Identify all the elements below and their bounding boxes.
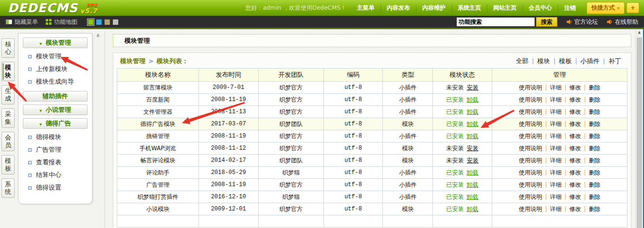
feature-map-button[interactable]: 功能地图 [46,18,77,26]
sidebar-item-settle-center[interactable]: 结算中心 [18,169,92,181]
action-link-3[interactable]: 删除 [589,96,601,103]
action-link-0[interactable]: 使用说明 [519,169,542,176]
action-link-1[interactable]: 详细 [550,193,561,200]
action-link-3[interactable]: 删除 [589,133,601,140]
action-link-0[interactable]: 使用说明 [519,108,542,115]
action-link-3[interactable]: 删除 [589,206,601,212]
action-link-2[interactable]: 修改 [570,181,581,188]
action-link-2[interactable]: 修改 [570,108,581,115]
action-link-0[interactable]: 使用说明 [519,96,542,103]
action-link-2[interactable]: 修改 [570,145,581,152]
install-link[interactable]: 安装 [467,157,479,164]
action-link-3[interactable]: 删除 [589,157,601,164]
uninstall-link[interactable]: 卸载 [467,169,479,176]
filter-link-4[interactable]: 补丁 [605,57,625,65]
filter-link-2[interactable]: 模板 [555,57,575,65]
action-link-1[interactable]: 详细 [550,96,561,103]
sidebar-tab-module[interactable]: 模块 [1,62,15,81]
action-link-2[interactable]: 修改 [570,193,581,200]
action-link-3[interactable]: 删除 [589,121,601,127]
action-link-2[interactable]: 修改 [570,206,581,212]
action-link-2[interactable]: 修改 [570,84,581,91]
breadcrumb-part[interactable]: 模块管理 [120,57,145,65]
action-link-0[interactable]: 使用说明 [519,133,542,140]
top-nav-system-home[interactable]: 系统主页 [451,4,487,12]
menu-header-novel-manage-group[interactable]: 小说管理 [23,105,88,115]
uninstall-link[interactable]: 卸载 [467,181,479,188]
sidebar-tab-generate[interactable]: 生成 [1,85,15,105]
menu-header-module-manage-group[interactable]: 模块管理 [23,37,88,48]
sidebar-item-dede-settings[interactable]: 德得设置 [18,181,92,194]
shortcut-button[interactable]: 快捷方式 [587,2,625,14]
sidebar-tab-core[interactable]: 核心 [1,38,15,58]
top-nav-content-maintain[interactable]: 内容维护 [416,4,451,12]
theme-swatch-2[interactable] [105,19,110,25]
action-link-3[interactable]: 删除 [589,169,601,176]
action-link-1[interactable]: 详细 [550,157,561,164]
action-link-0[interactable]: 使用说明 [519,193,542,200]
uninstall-link[interactable]: 卸载 [467,96,479,103]
sidebar-item-upload-new-module[interactable]: 上传新模块 [18,63,92,75]
action-link-3[interactable]: 删除 [589,84,601,91]
action-link-1[interactable]: 详细 [550,206,561,212]
uninstall-link[interactable]: 卸载 [467,193,479,200]
action-link-3[interactable]: 删除 [589,181,601,188]
action-link-0[interactable]: 使用说明 [519,145,542,152]
top-nav-content-publish[interactable]: 内容发布 [380,4,416,12]
theme-swatch-1[interactable] [96,19,102,25]
sidebar-tab-collect[interactable]: 采集 [1,108,15,128]
official-forum-link[interactable]: 官方论坛 [566,18,598,26]
action-link-2[interactable]: 修改 [570,96,581,103]
filter-link-1[interactable]: 模块 [534,57,554,65]
menu-header-dede-ad-group[interactable]: 德得广告 [23,118,88,129]
filter-link-3[interactable]: 小插件 [577,57,603,65]
action-link-1[interactable]: 详细 [550,133,561,140]
online-help-link[interactable]: 在线帮助 [607,18,638,26]
sidebar-item-dede-module[interactable]: 德得模块 [18,131,92,143]
action-link-3[interactable]: 删除 [589,108,601,115]
sidebar-item-ad-manage[interactable]: 广告管理 [18,143,92,156]
action-link-3[interactable]: 删除 [589,145,601,152]
sidebar-tab-template[interactable]: 模板 [1,155,15,175]
filter-link-0[interactable]: 全部 [512,57,532,65]
scrollbar[interactable] [635,29,643,228]
sidebar-item-module-manage[interactable]: 模块管理 [18,50,92,63]
uninstall-link[interactable]: 卸载 [467,108,479,115]
uninstall-link[interactable]: 卸载 [467,133,479,140]
collapse-menu-icon[interactable] [96,32,100,38]
search-button[interactable]: 搜索 [536,17,557,27]
action-link-2[interactable]: 修改 [570,157,581,164]
top-nav-logout[interactable]: 注销 [558,4,582,12]
uninstall-link[interactable]: 卸载 [467,121,479,127]
action-link-3[interactable]: 删除 [589,193,601,200]
search-input[interactable] [457,18,535,26]
top-nav-main-menu[interactable]: 主菜单 [351,4,380,12]
top-nav-site-home[interactable]: 网站主页 [487,4,522,12]
action-link-2[interactable]: 修改 [570,133,581,140]
scroll-up-arrow[interactable] [636,29,643,37]
action-link-2[interactable]: 修改 [570,169,581,176]
action-link-1[interactable]: 详细 [550,84,561,91]
scrollbar-thumb[interactable] [637,37,642,228]
hide-menu-button[interactable]: 隐藏菜单 [6,18,38,26]
action-link-0[interactable]: 使用说明 [519,121,542,127]
action-link-1[interactable]: 详细 [550,181,561,188]
action-link-1[interactable]: 详细 [550,145,561,152]
sidebar-item-module-wizard[interactable]: 模块生成向导 [18,75,92,88]
menu-header-helper-plugins-group[interactable]: 辅助插件 [23,91,88,102]
sidebar-tab-member[interactable]: 会员 [1,132,15,151]
theme-swatch-3[interactable] [113,19,118,25]
top-nav-member-center[interactable]: 会员中心 [522,4,558,12]
theme-swatch-0[interactable] [88,19,93,25]
install-link[interactable]: 安装 [467,84,479,91]
add-shortcut-button[interactable]: + [626,2,639,13]
action-link-0[interactable]: 使用说明 [519,206,542,212]
action-link-0[interactable]: 使用说明 [519,181,542,188]
action-link-1[interactable]: 详细 [550,108,561,115]
uninstall-link[interactable]: 卸载 [467,206,479,212]
action-link-1[interactable]: 详细 [550,121,561,127]
sidebar-item-view-report[interactable]: 查看报表 [18,156,92,169]
action-link-1[interactable]: 详细 [550,169,561,176]
action-link-2[interactable]: 修改 [570,121,581,127]
action-link-0[interactable]: 使用说明 [519,84,542,91]
